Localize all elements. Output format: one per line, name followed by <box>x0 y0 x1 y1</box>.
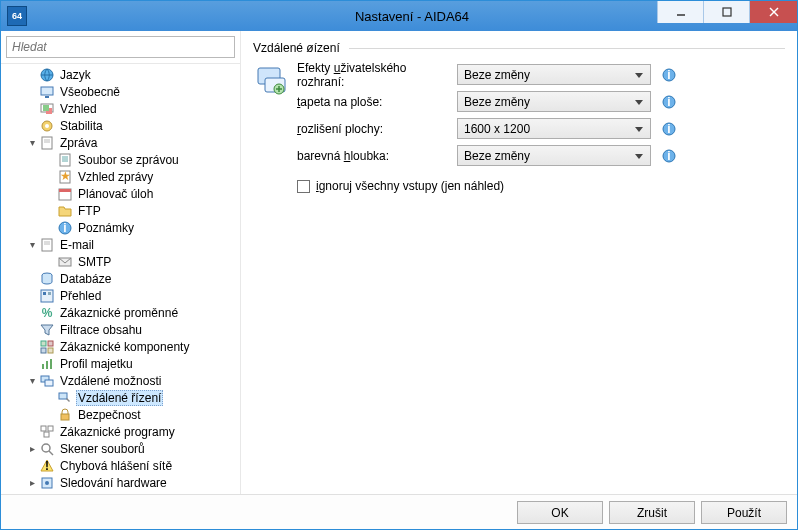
cancel-button[interactable]: Zrušit <box>609 501 695 524</box>
tree-item-label: Vzhled <box>58 102 99 116</box>
components-icon <box>39 339 55 355</box>
tree-item-label: Zpráva <box>58 136 99 150</box>
tree-item-vzd-len-mo-nosti[interactable]: ▾Vzdálené možnosti <box>5 372 238 389</box>
tree-item-label: Chybová hlášení sítě <box>58 459 174 473</box>
lock-icon <box>57 407 73 423</box>
magnify-icon <box>39 441 55 457</box>
main-panel: Vzdálené øízení Efekty uživatelského roz… <box>241 31 797 494</box>
tree-toggle-icon[interactable]: ▾ <box>25 238 39 252</box>
svg-rect-32 <box>43 292 46 295</box>
ok-button[interactable]: OK <box>517 501 603 524</box>
svg-rect-6 <box>45 96 49 98</box>
svg-line-50 <box>49 451 53 455</box>
tree-item-soubor-se-zpr-vou[interactable]: Soubor se zprávou <box>5 151 238 168</box>
tree-item-z-kaznick-prom-nn-[interactable]: %Zákaznické proměnné <box>5 304 238 321</box>
svg-rect-36 <box>48 341 53 346</box>
tree-item-pl-nova-loh[interactable]: Plánovač úloh <box>5 185 238 202</box>
tree-item-stabilita[interactable]: Stabilita <box>5 117 238 134</box>
tree-item-smtp[interactable]: SMTP <box>5 253 238 270</box>
tree-toggle-icon[interactable]: ▾ <box>25 374 39 388</box>
gear-yellow-icon <box>39 118 55 134</box>
ignore-inputs-checkbox[interactable] <box>297 180 310 193</box>
info-icon[interactable]: i <box>661 94 677 110</box>
summary-icon <box>39 288 55 304</box>
tree-toggle-icon[interactable]: ▸ <box>25 442 39 456</box>
tree-item-bezpe-nost[interactable]: Bezpečnost <box>5 406 238 423</box>
tree-item-v-eobecn-[interactable]: Všeobecně <box>5 83 238 100</box>
svg-text:i: i <box>667 149 670 163</box>
svg-point-53 <box>45 481 49 485</box>
tree-item-e-mail[interactable]: ▾E-mail <box>5 236 238 253</box>
remote-icon <box>39 373 55 389</box>
svg-rect-45 <box>61 414 69 420</box>
titlebar: 64 Nastavení - AIDA64 <box>1 1 797 31</box>
svg-rect-44 <box>59 393 67 399</box>
info-icon[interactable]: i <box>661 121 677 137</box>
setting-select-3[interactable]: Beze změny <box>457 145 651 166</box>
tree-item-jazyk[interactable]: Jazyk <box>5 66 238 83</box>
svg-text:★: ★ <box>60 169 71 183</box>
tree-item-datab-ze[interactable]: Databáze <box>5 270 238 287</box>
svg-rect-22 <box>59 189 71 192</box>
tree-item-label: E-mail <box>58 238 96 252</box>
close-button[interactable] <box>749 1 797 23</box>
funnel-icon <box>39 322 55 338</box>
folder-icon <box>57 203 73 219</box>
select-value: 1600 x 1200 <box>464 122 530 136</box>
tree-item-profil-majetku[interactable]: Profil majetku <box>5 355 238 372</box>
tree-item-filtrace-obsahu[interactable]: Filtrace obsahu <box>5 321 238 338</box>
tree-item-vzd-len-zen-[interactable]: Vzdálené řízení <box>5 389 238 406</box>
info-icon[interactable]: i <box>661 148 677 164</box>
apps-icon <box>39 424 55 440</box>
tree-item-label: Zákaznické proměnné <box>58 306 180 320</box>
tree-item-zpr-va[interactable]: ▾Zpráva <box>5 134 238 151</box>
tree-item-label: Vzdálené možnosti <box>58 374 163 388</box>
tree-item-z-kaznick-komponenty[interactable]: Zákaznické komponenty <box>5 338 238 355</box>
tree-toggle-icon[interactable]: ▸ <box>25 476 39 490</box>
svg-rect-1 <box>723 8 731 16</box>
settings-tree: JazykVšeobecněVzhledStabilita▾ZprávaSoub… <box>1 63 240 494</box>
minimize-button[interactable] <box>657 1 703 23</box>
svg-rect-9 <box>43 105 49 111</box>
info-icon[interactable]: i <box>661 67 677 83</box>
tree-item-label: SMTP <box>76 255 113 269</box>
tree-item-vzhled-zpr-vy[interactable]: ★Vzhled zprávy <box>5 168 238 185</box>
tree-toggle-icon[interactable]: ▾ <box>25 136 39 150</box>
tree-item-chybov-hl-en-s-t-[interactable]: !Chybová hlášení sítě <box>5 457 238 474</box>
monitor-icon <box>39 84 55 100</box>
hw-icon <box>39 475 55 491</box>
tree-item-label: Všeobecně <box>58 85 122 99</box>
svg-rect-43 <box>45 380 53 386</box>
svg-rect-35 <box>41 341 46 346</box>
setting-select-1[interactable]: Beze změny <box>457 91 651 112</box>
tree-item-p-ehled[interactable]: Přehled <box>5 287 238 304</box>
tree-item-label: Skener souborů <box>58 442 147 456</box>
dialog-footer: OK Zrušit Použít <box>1 494 797 530</box>
maximize-button[interactable] <box>703 1 749 23</box>
db-icon <box>39 271 55 287</box>
tree-item-z-kaznick-programy[interactable]: Zákaznické programy <box>5 423 238 440</box>
tree-item-pozn-mky[interactable]: iPoznámky <box>5 219 238 236</box>
search-input[interactable] <box>6 36 235 58</box>
svg-point-49 <box>42 444 50 452</box>
setting-select-2[interactable]: 1600 x 1200 <box>457 118 651 139</box>
tree-item-vzhled[interactable]: Vzhled <box>5 100 238 117</box>
envelope-icon <box>57 254 73 270</box>
tree-item-label: Vzdálené řízení <box>76 390 163 406</box>
svg-rect-48 <box>44 432 49 437</box>
setting-row-0: Efekty uživatelského rozhraní:Beze změny… <box>297 61 785 88</box>
apply-button[interactable]: Použít <box>701 501 787 524</box>
remote-ctrl-icon <box>57 390 73 406</box>
tree-item-ftp[interactable]: FTP <box>5 202 238 219</box>
setting-label: Efekty uživatelského rozhraní: <box>297 61 457 89</box>
app-icon: 64 <box>7 6 27 26</box>
svg-rect-46 <box>41 426 46 431</box>
tree-item-label: Profil majetku <box>58 357 135 371</box>
tree-item-label: Databáze <box>58 272 113 286</box>
setting-select-0[interactable]: Beze změny <box>457 64 651 85</box>
tree-item-label: Soubor se zprávou <box>76 153 181 167</box>
tree-item-sledov-n-hardware[interactable]: ▸Sledování hardware <box>5 474 238 491</box>
sidebar: JazykVšeobecněVzhledStabilita▾ZprávaSoub… <box>1 31 241 494</box>
chart-icon <box>39 356 55 372</box>
tree-item-skener-soubor-[interactable]: ▸Skener souborů <box>5 440 238 457</box>
